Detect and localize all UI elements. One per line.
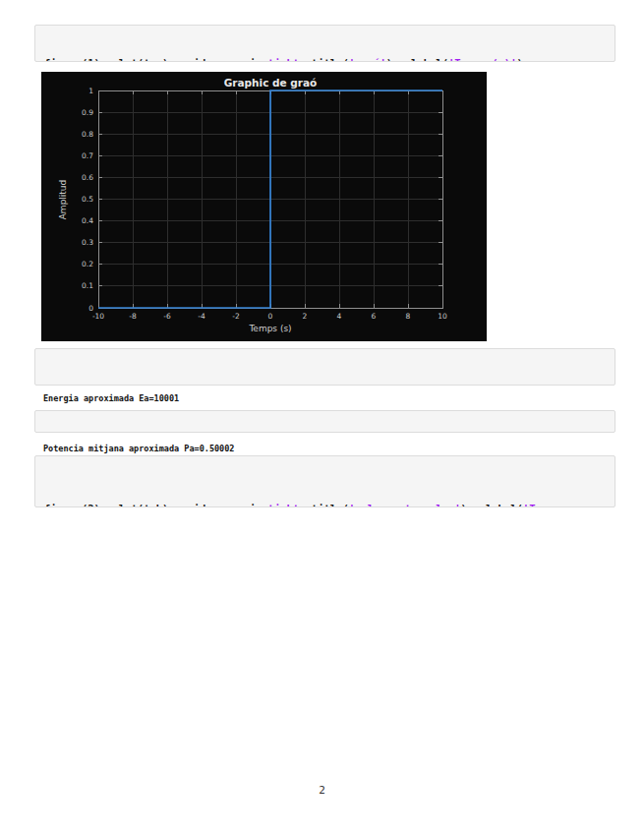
x-tick-label: 10 [438, 312, 447, 321]
x-tick-label: -10 [92, 312, 104, 321]
y-tick-label: 0.6 [82, 173, 93, 182]
x-tick-label: 6 [372, 312, 377, 321]
code-token: ; axis [224, 57, 267, 62]
code-line: figure(2); plot(t,b); grid on; axis tigh… [44, 503, 606, 507]
code-token: figure(1); plot(t,a); grid [44, 57, 212, 62]
code-token: figure(2); plot(t,b); grid [44, 503, 212, 507]
y-tick-label: 0 [88, 304, 93, 313]
code-cell-disp-energia: disp(['Energia aproximada Ea=',num2str(E… [34, 348, 615, 386]
x-tick-label: 8 [406, 312, 411, 321]
y-tick-label: 0.7 [82, 151, 93, 160]
x-tick-label: -2 [232, 312, 240, 321]
code-token: tight [268, 57, 300, 62]
code-token: ); xlabel( [461, 503, 523, 507]
code-token: on [212, 503, 225, 507]
code-token: 'graó' [349, 57, 386, 62]
y-tick-label: 0.3 [82, 238, 93, 247]
code-token: tight [268, 503, 300, 507]
y-tick-label: 1 [88, 87, 93, 95]
code-cell-disp-potencia: disp(['Potencia mitjana aproximada Pa=',… [34, 410, 615, 433]
code-token: ; title( [299, 57, 349, 62]
y-tick-label: 0.2 [82, 260, 93, 268]
x-tick-label: -6 [163, 312, 171, 321]
code-token: ; title( [299, 503, 349, 507]
code-line: figure(1); plot(t,a); grid on; axis tigh… [44, 57, 606, 62]
code-cell-figure1: figure(1); plot(t,a); grid on; axis tigh… [34, 25, 615, 62]
x-tick-label: 2 [303, 312, 308, 321]
x-tick-label: -8 [129, 312, 137, 321]
chart-title: Graphic de graó [224, 77, 318, 89]
code-cell-figure2: figure(2); plot(t,b); grid on; axis tigh… [34, 455, 615, 507]
code-token: 'pols rectangular' [349, 503, 461, 507]
code-token: ); [517, 57, 530, 62]
code-token: ); xlabel( [386, 57, 448, 62]
x-axis-label: Temps (s) [248, 324, 291, 333]
y-tick-label: 0.8 [82, 130, 93, 139]
page-number: 2 [0, 784, 644, 796]
console-output-energia: Energia aproximada Ea=10001 [43, 393, 179, 403]
x-tick-label: 0 [268, 312, 273, 321]
y-tick-label: 0.1 [82, 281, 93, 290]
document-page: figure(1); plot(t,a); grid on; axis tigh… [0, 0, 644, 834]
code-token: on [212, 57, 225, 62]
y-tick-label: 0.9 [82, 108, 93, 117]
x-tick-label: 4 [337, 312, 342, 321]
step-plot-canvas: Graphic de graó Temps (s) Amplitud -10-8… [41, 72, 487, 341]
console-output-potencia: Potencia mitjana aproximada Pa=0.50002 [43, 444, 234, 453]
figure-step-plot: Graphic de graó Temps (s) Amplitud -10-8… [41, 72, 487, 341]
y-axis-label: Amplitud [58, 180, 68, 220]
y-tick-label: 0.4 [82, 216, 93, 225]
code-token: 'Temps (s)' [448, 57, 517, 62]
code-token: 'Temps [523, 503, 560, 507]
y-tick-label: 0.5 [82, 195, 93, 204]
x-tick-label: -4 [198, 312, 205, 321]
code-token: ; axis [224, 503, 267, 507]
